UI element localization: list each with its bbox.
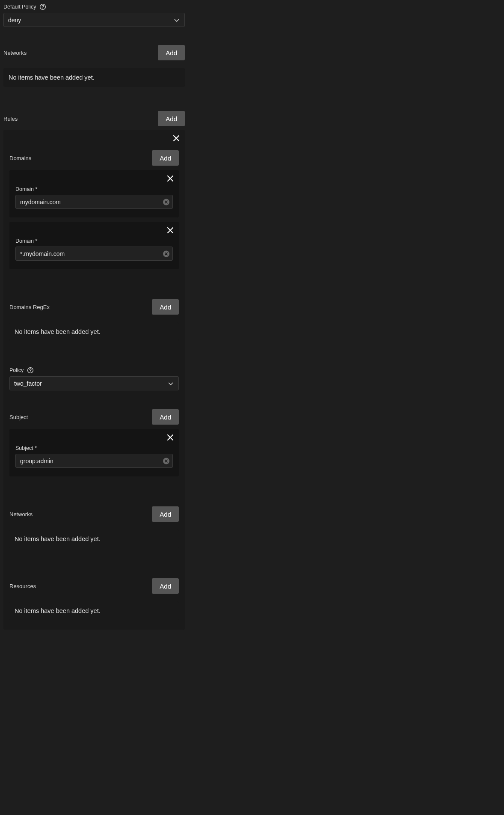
domains-title: Domains [9,155,31,161]
help-icon[interactable] [27,367,34,374]
domains-section: Domains Add Domain * [9,150,179,269]
clear-icon[interactable] [163,199,169,205]
default-policy-select[interactable]: deny [3,13,185,27]
default-policy-value: deny [8,17,21,24]
rule-policy-value: two_factor [14,380,42,387]
close-icon[interactable] [164,224,176,236]
rule-policy-select[interactable]: two_factor [9,376,179,390]
subject-title: Subject [9,414,28,420]
subject-field-label: Subject * [15,445,173,451]
default-policy-label-row: Default Policy [3,3,185,10]
domain-item: Domain * [9,170,179,217]
resources-section: Resources Add No items have been added y… [9,578,179,620]
rule-networks-title: Networks [9,511,33,518]
rule-networks-section: Networks Add No items have been added ye… [9,506,179,548]
domains-regex-title: Domains RegEx [9,304,50,310]
clear-icon[interactable] [163,250,169,257]
domains-regex-section: Domains RegEx Add No items have been add… [9,299,179,341]
rule-card: Domains Add Domain * [3,130,185,630]
rule-policy-label: Policy [9,367,24,373]
clear-icon[interactable] [163,458,169,464]
domain-item: Domain * [9,222,179,269]
close-icon[interactable] [164,173,176,184]
help-icon[interactable] [39,3,46,10]
networks-empty: No items have been added yet. [3,68,185,87]
subject-add-button[interactable]: Add [152,409,179,425]
domains-add-button[interactable]: Add [152,150,179,166]
rules-title: Rules [3,116,18,122]
subject-section: Subject Add Subject * [9,409,179,476]
domains-regex-add-button[interactable]: Add [152,299,179,315]
default-policy-label: Default Policy [3,4,36,10]
rules-add-button[interactable]: Add [158,111,185,126]
domains-regex-empty: No items have been added yet. [9,322,179,341]
resources-empty: No items have been added yet. [9,601,179,620]
subject-item: Subject * [9,429,179,476]
settings-form: Default Policy deny Networks Add No item… [0,0,188,633]
subject-input[interactable] [15,454,173,468]
domain-input[interactable] [15,195,173,209]
rule-networks-empty: No items have been added yet. [9,529,179,548]
domain-field-label: Domain * [15,186,173,192]
networks-add-button[interactable]: Add [158,45,185,60]
networks-section: Networks Add No items have been added ye… [3,45,185,87]
chevron-down-icon [174,17,179,24]
close-icon[interactable] [164,431,176,443]
domain-field-label: Domain * [15,238,173,244]
rules-section: Rules Add Domains Add Domain * [3,111,185,630]
rule-networks-add-button[interactable]: Add [152,506,179,522]
networks-title: Networks [3,50,27,56]
chevron-down-icon [168,380,173,387]
close-icon[interactable] [170,132,182,144]
svg-point-3 [30,372,31,372]
resources-add-button[interactable]: Add [152,578,179,594]
svg-point-1 [43,8,43,9]
resources-title: Resources [9,583,36,589]
domain-input[interactable] [15,247,173,261]
rule-policy-field: Policy two_factor [9,367,179,390]
